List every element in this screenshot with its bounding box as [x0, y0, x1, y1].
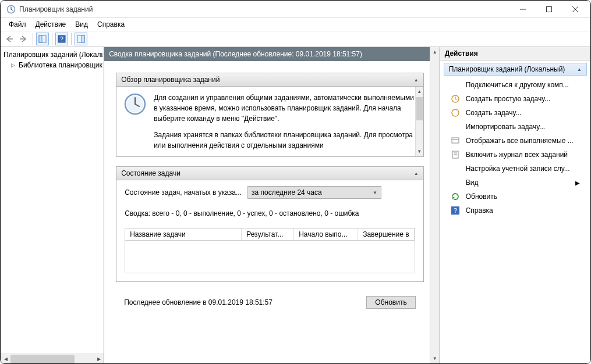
chevron-down-icon: ▼ — [373, 190, 377, 195]
collapse-icon: ▲ — [414, 171, 419, 176]
status-section: Состояние задачи ▲ Состояние задач, нача… — [116, 166, 424, 282]
toolbar: ? — [1, 31, 590, 47]
create-task-icon — [451, 108, 460, 117]
overview-title: Обзор планировщика заданий — [121, 76, 220, 84]
show-actions-button[interactable] — [75, 33, 87, 45]
action-enable-log[interactable]: Включить журнал всех заданий — [440, 148, 590, 162]
center-v-scrollbar[interactable]: ▲ ▼ — [430, 47, 440, 363]
back-button[interactable] — [3, 33, 16, 45]
forward-button[interactable] — [17, 33, 30, 45]
col-task-name[interactable]: Название задачи — [125, 229, 242, 240]
overview-clock-icon — [123, 92, 147, 116]
action-refresh[interactable]: Обновить — [440, 190, 590, 204]
status-section-header[interactable]: Состояние задачи ▲ — [116, 167, 423, 180]
refresh-icon — [451, 192, 460, 201]
status-period-combo[interactable]: за последние 24 часа ▼ — [247, 186, 381, 199]
tree-library-label: Библиотека планировщика — [19, 61, 102, 69]
submenu-arrow-icon: ▶ — [575, 180, 580, 186]
menu-action[interactable]: Действие — [31, 19, 71, 30]
expander-icon[interactable]: ▷ — [11, 62, 15, 68]
actions-header: Действия — [440, 47, 590, 60]
action-create-basic-label: Создать простую задачу... — [466, 95, 550, 103]
enable-log-icon — [451, 150, 460, 159]
view-icon — [451, 178, 460, 187]
import-icon — [451, 122, 460, 131]
action-show-running[interactable]: Отображать все выполняемые ... — [440, 134, 590, 148]
menu-file[interactable]: Файл — [4, 19, 31, 30]
task-table-header: Название задачи Результат... Начало выпо… — [125, 228, 415, 241]
action-import-label: Импортировать задачу... — [466, 123, 545, 131]
tree-root[interactable]: Планировщик заданий (Локальный) — [2, 49, 102, 60]
actions-subheader-text: Планировщик заданий (Локальный) — [449, 65, 565, 73]
action-view-label: Вид — [466, 179, 479, 187]
col-end[interactable]: Завершение в — [358, 229, 415, 240]
app-icon — [6, 5, 16, 14]
action-account-cfg-label: Настройка учетной записи слу... — [466, 165, 570, 173]
action-help[interactable]: ? Справка — [440, 204, 590, 217]
center-header: Сводка планировщика заданий (Последнее о… — [104, 47, 430, 61]
tree-root-label: Планировщик заданий (Локальный) — [3, 51, 102, 59]
menu-bar: Файл Действие Вид Справка — [1, 18, 590, 31]
task-table-body — [125, 241, 415, 273]
svg-rect-10 — [82, 35, 84, 42]
status-period-label: Состояние задач, начатых в указа... — [125, 188, 242, 197]
actions-subheader[interactable]: Планировщик заданий (Локальный) ▲ — [444, 63, 587, 76]
svg-text:?: ? — [454, 207, 457, 214]
col-start[interactable]: Начало выпо... — [294, 229, 358, 240]
collapse-icon: ▲ — [577, 67, 582, 72]
status-summary: Сводка: всего - 0, 0 - выполнение, 0 - у… — [125, 209, 415, 217]
maximize-button[interactable] — [536, 1, 562, 17]
action-show-running-label: Отображать все выполняемые ... — [466, 137, 574, 145]
svg-rect-16 — [452, 138, 459, 143]
svg-text:?: ? — [60, 36, 63, 42]
tree-pane: Планировщик заданий (Локальный) ▷ Библио… — [1, 47, 104, 363]
display-running-icon — [451, 136, 460, 145]
svg-point-15 — [452, 109, 459, 116]
col-result[interactable]: Результат... — [242, 229, 294, 240]
action-enable-log-label: Включить журнал всех заданий — [466, 151, 568, 159]
action-import[interactable]: Импортировать задачу... — [440, 120, 590, 134]
window-title: Планировщик заданий — [19, 5, 93, 13]
menu-view[interactable]: Вид — [70, 19, 93, 30]
svg-rect-6 — [39, 35, 42, 42]
action-create-task-label: Создать задачу... — [466, 109, 522, 117]
connect-icon — [451, 80, 460, 90]
tree-library[interactable]: ▷ Библиотека планировщика — [2, 60, 102, 70]
overview-section-header[interactable]: Обзор планировщика заданий ▲ — [116, 73, 423, 87]
status-title: Состояние задачи — [121, 169, 181, 177]
center-pane: Сводка планировщика заданий (Последнее о… — [104, 47, 440, 363]
svg-rect-2 — [546, 6, 551, 12]
collapse-icon: ▲ — [414, 77, 419, 83]
minimize-button[interactable] — [509, 1, 536, 17]
overview-v-scrollbar[interactable]: ▲ ▼ — [415, 87, 423, 156]
help-icon: ? — [451, 206, 460, 215]
overview-p2: Задания хранятся в папках библиотеки пла… — [154, 130, 416, 151]
action-account-cfg[interactable]: Настройка учетной записи слу... — [440, 162, 590, 176]
last-update-text: Последнее обновление в 09.01.2019 18:51:… — [124, 298, 273, 306]
menu-help[interactable]: Справка — [93, 19, 129, 30]
status-combo-value: за последние 24 часа — [252, 188, 322, 197]
close-button[interactable] — [562, 1, 588, 17]
actions-pane: Действия Планировщик заданий (Локальный)… — [440, 47, 590, 363]
title-bar: Планировщик заданий — [1, 1, 590, 18]
show-tree-button[interactable] — [36, 33, 49, 45]
create-basic-icon — [451, 94, 460, 104]
action-connect-label: Подключиться к другому комп... — [466, 81, 569, 89]
overview-section: Обзор планировщика заданий ▲ Для создани… — [116, 73, 424, 157]
help-toolbar-button[interactable]: ? — [55, 33, 68, 45]
overview-p1: Для создания и управления общими задания… — [154, 92, 416, 124]
tree-h-scrollbar[interactable]: ◀ ▶ — [1, 354, 104, 363]
refresh-button[interactable]: Обновить — [366, 296, 415, 309]
account-cfg-icon — [451, 164, 460, 173]
action-create-task[interactable]: Создать задачу... — [440, 106, 590, 120]
action-help-label: Справка — [466, 206, 493, 215]
action-connect[interactable]: Подключиться к другому комп... — [440, 78, 590, 92]
action-create-basic[interactable]: Создать простую задачу... — [440, 92, 590, 106]
action-refresh-label: Обновить — [466, 192, 497, 201]
action-view[interactable]: Вид ▶ — [440, 176, 590, 190]
